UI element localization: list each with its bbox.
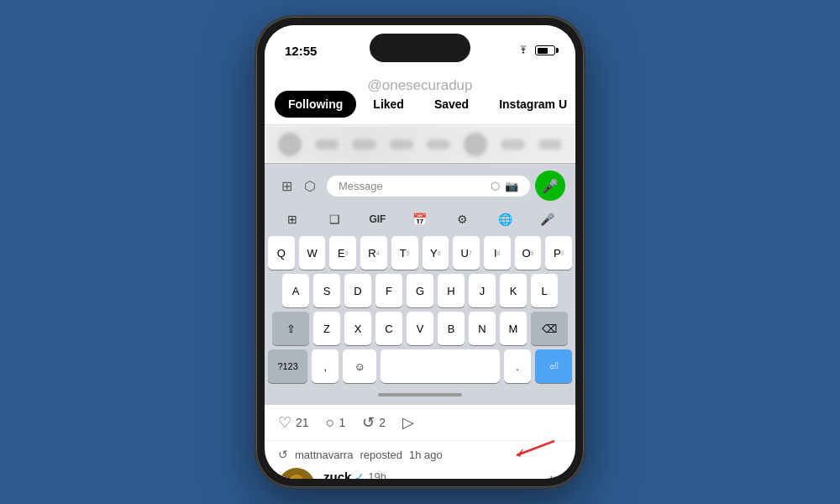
username-watermark: @onesecuradup: [265, 77, 575, 94]
repost-symbol: ↺: [278, 448, 288, 461]
mic-button[interactable]: 🎤: [535, 171, 565, 201]
repost-count: 2: [379, 416, 386, 429]
home-indicator-area: [265, 388, 575, 402]
key-e[interactable]: E3: [329, 236, 356, 270]
tweet-header: zuck ✓ 19h ···: [323, 468, 562, 479]
key-123[interactable]: ?123: [268, 349, 307, 383]
key-t[interactable]: T5: [391, 236, 418, 270]
apps-icon[interactable]: ⊞: [275, 174, 298, 197]
key-backspace[interactable]: ⌫: [531, 312, 568, 345]
repost-icon: ↺: [362, 413, 375, 432]
key-g[interactable]: G: [407, 274, 433, 307]
tweet-username: zuck: [323, 470, 351, 479]
like-count: 21: [296, 416, 309, 429]
key-k[interactable]: K: [500, 274, 527, 307]
message-placeholder: Message: [339, 180, 383, 192]
repost-line: ↺ mattnavarra reposted 1h ago: [265, 441, 575, 465]
tweet-row: zuck ✓ 19h ··· Open sourcing a bunch of …: [265, 465, 575, 479]
key-s[interactable]: S: [313, 274, 340, 307]
keyboard-row-3: ⇧ Z X C V B N M ⌫: [268, 312, 572, 345]
attach-icon: ⬡: [491, 180, 500, 192]
key-space[interactable]: [381, 349, 500, 383]
comment-action[interactable]: ○ 1: [326, 414, 346, 432]
repost-action[interactable]: ↺ 2: [362, 413, 386, 432]
key-period[interactable]: .: [504, 349, 531, 383]
verified-badge: ✓: [354, 470, 365, 480]
heart-icon: ♡: [278, 413, 291, 432]
tweet-name-row: zuck ✓ 19h: [323, 470, 386, 479]
share-icon: ▷: [402, 413, 414, 432]
dynamic-island: [370, 34, 470, 62]
status-time: 12:55: [285, 44, 317, 58]
key-l[interactable]: L: [531, 274, 558, 307]
gif-icon[interactable]: GIF: [364, 207, 391, 231]
screen: 12:55 @onesecuradup Following Like: [265, 25, 575, 479]
repost-username: mattnavarra: [295, 449, 353, 461]
share-action[interactable]: ▷: [402, 413, 414, 432]
key-emoji[interactable]: ☺: [343, 349, 376, 383]
calendar-icon[interactable]: 📅: [407, 207, 433, 231]
battery-icon: [535, 45, 555, 55]
keypad-icon[interactable]: ⊞: [279, 207, 306, 231]
key-q[interactable]: Q: [268, 236, 295, 270]
settings-icon[interactable]: ⚙: [449, 207, 476, 231]
tab-saved[interactable]: Saved: [421, 91, 482, 118]
repost-action-text: reposted: [360, 449, 402, 461]
avatar-image: [278, 468, 315, 479]
tab-instagram[interactable]: Instagram U: [486, 91, 575, 118]
tab-following[interactable]: Following: [275, 91, 356, 118]
key-i[interactable]: I8: [484, 236, 511, 270]
key-z[interactable]: Z: [313, 312, 340, 345]
keyboard-bottom-row: ?123 , ☺ . ⏎: [268, 349, 572, 383]
key-comma[interactable]: ,: [312, 349, 339, 383]
key-a[interactable]: A: [282, 274, 309, 307]
translate-icon[interactable]: 🌐: [491, 207, 518, 231]
keyboard-rows: Q W E3 R4 T5 Y6 U7 I8 O9 P0 A: [265, 234, 575, 388]
sticker-icon[interactable]: ⬡: [298, 174, 322, 197]
avatar: [278, 468, 315, 479]
camera-icon: 📷: [505, 180, 518, 192]
key-y[interactable]: Y6: [423, 236, 449, 270]
tweet-time: 19h: [368, 470, 386, 479]
sticker2-icon[interactable]: ❑: [322, 207, 349, 231]
tweet-body: zuck ✓ 19h ··· Open sourcing a bunch of …: [323, 468, 562, 479]
key-j[interactable]: J: [469, 274, 496, 307]
repost-time: 1h ago: [409, 449, 443, 461]
status-icons: [517, 45, 555, 55]
like-action[interactable]: ♡ 21: [278, 413, 309, 432]
phone-frame: 12:55 @onesecuradup Following Like: [256, 17, 584, 487]
tab-liked[interactable]: Liked: [360, 91, 417, 118]
key-u[interactable]: U7: [453, 236, 480, 270]
key-n[interactable]: N: [469, 312, 496, 345]
home-indicator: [378, 393, 462, 396]
keyboard-section: ⊞ ⬡ Message ⬡ 📷 🎤 ⊞: [265, 163, 575, 405]
key-enter[interactable]: ⏎: [535, 349, 572, 383]
main-content: ⊞ ⬡ Message ⬡ 📷 🎤 ⊞: [265, 125, 575, 479]
key-p[interactable]: P0: [545, 236, 572, 270]
tweet-more-button[interactable]: ···: [549, 468, 562, 479]
comment-icon: ○: [326, 414, 335, 432]
key-r[interactable]: R4: [360, 236, 387, 270]
mic2-icon[interactable]: 🎤: [534, 207, 561, 231]
key-w[interactable]: W: [299, 236, 326, 270]
key-shift[interactable]: ⇧: [272, 312, 309, 345]
key-m[interactable]: M: [500, 312, 527, 345]
status-bar: 12:55: [265, 25, 575, 66]
key-x[interactable]: X: [344, 312, 371, 345]
key-o[interactable]: O9: [515, 236, 542, 270]
comment-count: 1: [339, 416, 345, 429]
repost-section: ↺ mattnavarra reposted 1h ago: [265, 441, 575, 465]
key-b[interactable]: B: [438, 312, 465, 345]
wifi-icon: [517, 45, 530, 55]
key-f[interactable]: F: [375, 274, 402, 307]
keyboard-tools: ⊞ ❑ GIF 📅 ⚙ 🌐 🎤: [265, 204, 575, 234]
message-input[interactable]: Message ⬡ 📷: [327, 176, 530, 197]
keyboard-top-bar: ⊞ ⬡ Message ⬡ 📷 🎤: [265, 167, 575, 204]
key-h[interactable]: H: [438, 274, 465, 307]
key-c[interactable]: C: [375, 312, 402, 345]
blurred-content: [265, 125, 575, 163]
key-v[interactable]: V: [407, 312, 433, 345]
keyboard-row-2: A S D F G H J K L: [268, 274, 572, 307]
keyboard-row-1: Q W E3 R4 T5 Y6 U7 I8 O9 P0: [268, 236, 572, 270]
key-d[interactable]: D: [344, 274, 371, 307]
